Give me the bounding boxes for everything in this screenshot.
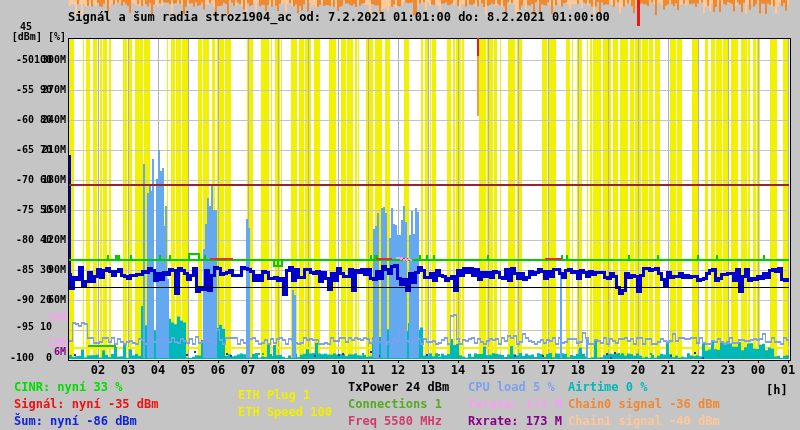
y-tick-rate: 210M (0, 145, 66, 155)
x-tick-hour: 19 (593, 364, 623, 376)
legend-hour-unit: [h] (766, 384, 788, 396)
x-tick-hour: 11 (353, 364, 383, 376)
y-tick-rate: 90M (0, 265, 66, 275)
x-tick-hour: 03 (113, 364, 143, 376)
x-tick-hour: 17 (533, 364, 563, 376)
x-tick-hour: 22 (683, 364, 713, 376)
x-tick-hour: 21 (653, 364, 683, 376)
x-tick-hour: 09 (293, 364, 323, 376)
legend-connections: Connections 1 (348, 398, 442, 410)
y-tick-rate: 270M (0, 85, 66, 95)
y-tick-rate: 180M (0, 175, 66, 185)
x-tick-hour: 18 (563, 364, 593, 376)
legend-signal: Signál: nyní -35 dBm (14, 398, 159, 410)
x-tick-hour: 05 (173, 364, 203, 376)
legend-rxrate: Rxrate: 173 M (468, 415, 562, 427)
legend-airtime: Airtime 0 % (568, 381, 647, 393)
y-axis-units: [dBm] [%] (0, 32, 66, 42)
legend-txrate: Txrate: 173 M (468, 398, 562, 410)
x-tick-hour: 01 (773, 364, 800, 376)
y-rate-marker: 6M (0, 347, 66, 357)
legend-cinr: CINR: nyní 33 % (14, 381, 122, 393)
x-tick-hour: 10 (323, 364, 353, 376)
y-rate-marker: 39M (0, 313, 66, 323)
y-tick-rate: 120M (0, 235, 66, 245)
x-tick-hour: 15 (473, 364, 503, 376)
x-tick-hour: 00 (743, 364, 773, 376)
legend-eth-speed: ETH Speed 100 (238, 406, 332, 418)
x-tick-hour: 04 (143, 364, 173, 376)
legend-chain0: Chain0 signal -36 dBm (568, 398, 720, 410)
legend-txpower: TxPower 24 dBm (348, 381, 449, 393)
y-tick-rate: 150M (0, 205, 66, 215)
x-tick-hour: 08 (263, 364, 293, 376)
mrtg-signal-graph: Signál a šum radia stroz1904_ac od: 7.2.… (0, 0, 800, 430)
x-tick-hour: 13 (413, 364, 443, 376)
y-tick-pct: 10 (0, 322, 52, 332)
x-tick-hour: 02 (83, 364, 113, 376)
x-tick-hour: 07 (233, 364, 263, 376)
page-title: Signál a šum radia stroz1904_ac od: 7.2.… (68, 11, 610, 23)
y-tick-rate: 240M (0, 115, 66, 125)
x-tick-hour: 06 (203, 364, 233, 376)
x-tick-hour: 12 (383, 364, 413, 376)
legend-cpu-load: CPU load 5 % (468, 381, 555, 393)
x-tick-hour: 20 (623, 364, 653, 376)
legend-chain1: Chain1 signal -40 dBm (568, 415, 720, 427)
x-tick-hour: 14 (443, 364, 473, 376)
y-tick-rate: 60M (0, 295, 66, 305)
x-tick-hour: 23 (713, 364, 743, 376)
legend-freq: Freq 5580 MHz (348, 415, 442, 427)
legend-sum: Šum: nyní -86 dBm (14, 415, 137, 427)
x-tick-hour: 16 (503, 364, 533, 376)
y-tick-rate: 300M (0, 55, 66, 65)
legend-eth-plug: ETH Plug 1 (238, 389, 310, 401)
